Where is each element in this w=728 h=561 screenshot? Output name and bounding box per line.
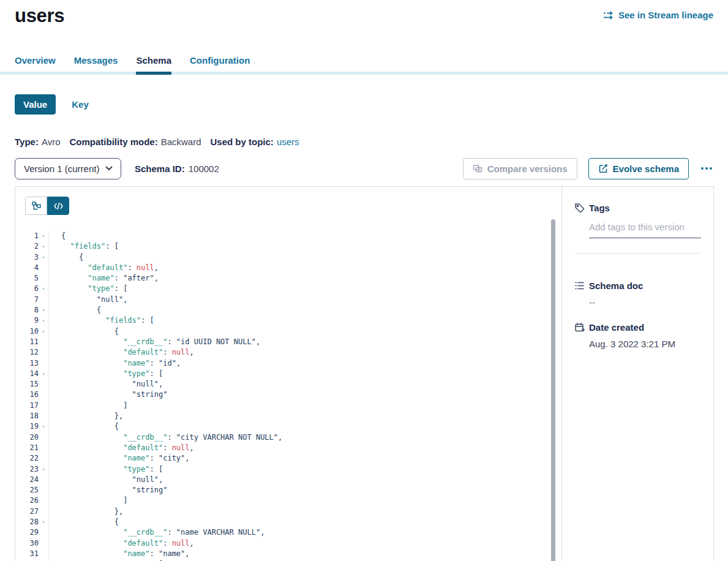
line-number: 19 (15, 421, 39, 432)
stream-lineage-icon (603, 11, 614, 20)
evolve-schema-button[interactable]: Evolve schema (588, 158, 689, 179)
active-tab-indicator (136, 72, 171, 75)
code-line: 17 ] (15, 401, 561, 411)
code-text: "type": [ (49, 369, 163, 379)
line-number: 21 (15, 443, 39, 453)
code-text: { (49, 326, 119, 337)
fold-spacer (39, 401, 49, 411)
tab-configuration[interactable]: Configuration (190, 55, 250, 72)
calendar-plus-icon (574, 322, 585, 333)
code-line: 11 "__crdb__": "id UUID NOT NULL", (15, 337, 561, 347)
fold-spacer (39, 390, 49, 400)
used-by-topic-meta: Used by topic: users (211, 137, 299, 147)
code-text: "null", (49, 379, 163, 390)
fold-arrow-icon[interactable]: ▾ (39, 315, 49, 326)
tags-section-header: Tags (574, 203, 701, 213)
line-number: 20 (15, 432, 39, 443)
schema-workspace: 1▾{2▾ "fields": [3▾ {4 "default": null,5… (15, 186, 714, 561)
line-number: 5 (15, 273, 39, 284)
compatibility-label: Compatibility mode: (69, 137, 157, 147)
tag-icon (574, 203, 585, 213)
code-text: { (49, 305, 101, 315)
compatibility-value: Backward (161, 137, 201, 147)
more-options-button[interactable] (700, 164, 713, 173)
code-line: 28▾ { (15, 517, 561, 527)
key-toggle-link[interactable]: Key (72, 99, 89, 110)
fold-arrow-icon[interactable]: ▾ (39, 241, 49, 252)
tab-messages[interactable]: Messages (74, 55, 118, 72)
tree-view-icon (31, 201, 42, 211)
version-select-value: Version 1 (current) (24, 164, 99, 174)
code-text: "name": "after", (49, 273, 159, 284)
fold-arrow-icon[interactable]: ▾ (39, 517, 49, 527)
code-text: "null", (49, 475, 163, 485)
compare-versions-button[interactable]: Compare versions (463, 158, 577, 179)
fold-spacer (39, 273, 49, 284)
code-line: 9▾ "fields": [ (15, 315, 561, 326)
code-text: ] (49, 401, 127, 411)
tab-schema[interactable]: Schema (136, 55, 171, 72)
schema-id-value: 100002 (189, 164, 219, 174)
code-text: { (49, 517, 119, 527)
code-text: ] (49, 495, 127, 506)
code-line: 24 "null", (15, 475, 561, 485)
line-number: 12 (15, 347, 39, 358)
fold-arrow-icon[interactable]: ▾ (39, 252, 49, 263)
edit-icon (598, 164, 608, 173)
fold-arrow-icon[interactable]: ▾ (39, 464, 49, 475)
code-text: "__crdb__": "id UUID NOT NULL", (49, 337, 260, 347)
fold-spacer (39, 263, 49, 273)
type-value: Avro (42, 137, 61, 147)
line-number: 30 (15, 538, 39, 549)
code-text: "string" (49, 390, 167, 400)
see-in-stream-lineage-link[interactable]: See in Stream lineage (603, 10, 713, 20)
code-text: "null", (49, 295, 127, 305)
fold-arrow-icon[interactable]: ▾ (39, 326, 49, 337)
type-label: Type: (15, 137, 39, 147)
line-number: 22 (15, 453, 39, 464)
code-line: 26 ] (15, 495, 561, 506)
line-number: 27 (15, 506, 39, 517)
details-sidebar: Tags Schema doc -- (561, 187, 713, 561)
topic-link[interactable]: users (277, 137, 299, 147)
used-by-topic-label: Used by topic: (211, 137, 274, 147)
code-lines: 1▾{2▾ "fields": [3▾ {4 "default": null,5… (15, 231, 561, 561)
version-select[interactable]: Version 1 (current) (15, 158, 121, 179)
line-number: 15 (15, 379, 39, 390)
tab-overview[interactable]: Overview (15, 55, 56, 72)
code-view-icon (53, 202, 64, 210)
code-text: }, (49, 506, 123, 517)
code-text: { (49, 252, 83, 263)
line-number: 9 (15, 315, 39, 326)
code-line: 31 "name": "name", (15, 549, 561, 559)
code-line: 12 "default": null, (15, 347, 561, 358)
fold-spacer (39, 495, 49, 506)
fold-spacer (39, 443, 49, 453)
code-line: 27 }, (15, 506, 561, 517)
fold-arrow-icon[interactable]: ▾ (39, 421, 49, 432)
line-number: 10 (15, 326, 39, 337)
fold-arrow-icon[interactable]: ▾ (39, 369, 49, 379)
tab-underline-track (0, 72, 728, 75)
code-view-button[interactable] (47, 197, 69, 215)
code-line: 23▾ "type": [ (15, 464, 561, 475)
code-text: "default": null, (49, 443, 194, 453)
tab-bar: Overview Messages Schema Configuration (0, 55, 728, 75)
stream-lineage-label: See in Stream lineage (618, 10, 713, 20)
fold-arrow-icon[interactable]: ▾ (39, 305, 49, 315)
add-tags-input[interactable] (589, 222, 701, 238)
compatibility-meta: Compatibility mode: Backward (69, 137, 201, 147)
editor-scrollbar[interactable] (551, 219, 555, 561)
schema-doc-section-header: Schema doc (574, 280, 701, 291)
code-text: "string" (49, 485, 167, 495)
code-line: 5 "name": "after", (15, 273, 561, 284)
value-toggle-button[interactable]: Value (15, 94, 56, 115)
code-line: 8▾ { (15, 305, 561, 315)
line-number: 13 (15, 358, 39, 369)
evolve-schema-label: Evolve schema (613, 164, 679, 174)
fold-spacer (39, 527, 49, 538)
fold-spacer (39, 337, 49, 347)
tree-view-button[interactable] (25, 197, 47, 215)
fold-arrow-icon[interactable]: ▾ (39, 231, 49, 241)
fold-arrow-icon[interactable]: ▾ (39, 284, 49, 294)
